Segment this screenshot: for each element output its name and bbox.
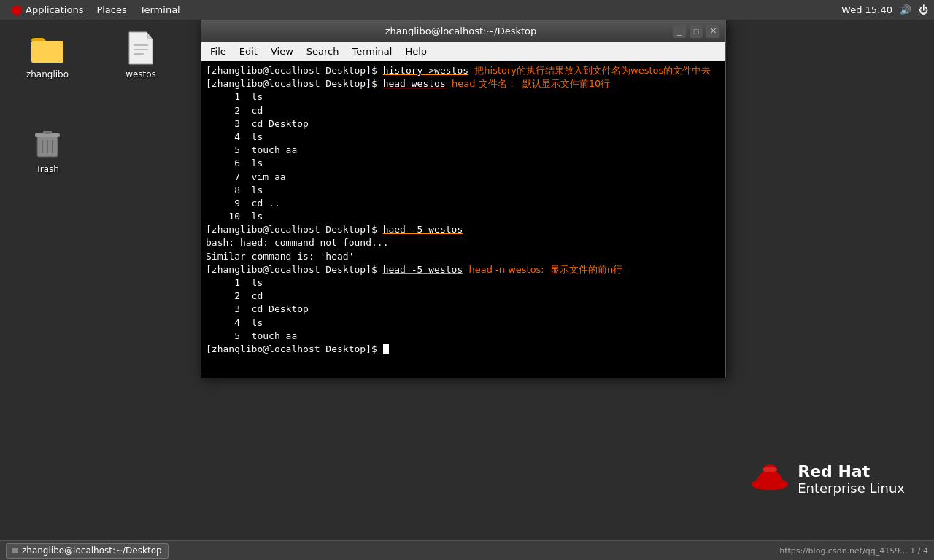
- terminal-line-13: [zhanglibo@localhost Desktop]$ haed -5 w…: [206, 223, 721, 236]
- menu-search[interactable]: Search: [301, 44, 345, 58]
- desktop-icon-westos[interactable]: westos: [108, 31, 174, 80]
- terminal-line-4: 2 cd: [206, 104, 721, 117]
- terminal-line-19: 3 cd Desktop: [206, 303, 721, 316]
- applications-menu[interactable]: Applications: [6, 1, 89, 18]
- trash-label: Trash: [33, 163, 62, 175]
- trash-icon: [30, 125, 65, 160]
- applications-label: Applications: [26, 4, 83, 15]
- terminal-line-12: 10 ls: [206, 210, 721, 223]
- places-menu[interactable]: Places: [90, 1, 132, 18]
- terminal-line-8: 6 ls: [206, 157, 721, 170]
- taskbar-app-icon: [12, 548, 18, 553]
- volume-icon[interactable]: 🔊: [900, 4, 911, 15]
- window-buttons: _ □ ✕: [671, 25, 719, 38]
- desktop-icon-zhanglibo[interactable]: zhanglibo: [15, 31, 80, 80]
- terminal-line-3: 1 ls: [206, 90, 721, 104]
- terminal-line-5: 3 cd Desktop: [206, 117, 721, 131]
- redhat-logo: Red Hat Enterprise Linux: [750, 461, 905, 497]
- menu-help[interactable]: Help: [399, 44, 433, 58]
- clock: Wed 15:40: [841, 4, 892, 15]
- top-menubar: Applications Places Terminal Wed 15:40 🔊…: [0, 0, 934, 20]
- terminal-line-17: 1 ls: [206, 276, 721, 289]
- terminal-line-2: [zhanglibo@localhost Desktop]$ head west…: [206, 77, 721, 90]
- taskbar-app-label: zhanglibo@localhost:~/Desktop: [22, 545, 162, 556]
- topbar-right: Wed 15:40 🔊 ⏻: [841, 4, 928, 15]
- redhat-hat-icon: [750, 461, 790, 497]
- terminal-cursor: [383, 344, 389, 354]
- terminal-title: zhanglibo@localhost:~/Desktop: [251, 26, 671, 36]
- red-hat-icon: [12, 5, 22, 15]
- redhat-brand: Red Hat Enterprise Linux: [750, 461, 905, 497]
- menu-file[interactable]: File: [204, 44, 232, 58]
- taskbar-right: https://blog.csdn.net/qq_4159... 1 / 4: [779, 546, 928, 556]
- close-button[interactable]: ✕: [706, 25, 719, 38]
- minimize-button[interactable]: _: [673, 25, 686, 38]
- places-label: Places: [96, 4, 126, 15]
- desktop-icon-trash[interactable]: Trash: [15, 125, 80, 175]
- terminal-line-10: 8 ls: [206, 184, 721, 197]
- terminal-content[interactable]: [zhanglibo@localhost Desktop]$ history >…: [201, 61, 725, 378]
- taskbar-page-info: https://blog.csdn.net/qq_4159... 1 / 4: [779, 546, 928, 556]
- folder-label: zhanglibo: [23, 69, 72, 80]
- redhat-text: Red Hat Enterprise Linux: [798, 462, 905, 496]
- power-icon[interactable]: ⏻: [919, 4, 928, 15]
- svg-rect-10: [43, 131, 52, 134]
- redhat-sub-text: Enterprise Linux: [798, 481, 905, 496]
- terminal-line-21: 5 touch aa: [206, 330, 721, 343]
- redhat-main-text: Red Hat: [798, 462, 905, 481]
- terminal-menu[interactable]: Terminal: [134, 1, 186, 18]
- taskbar-left: zhanglibo@localhost:~/Desktop: [6, 543, 169, 559]
- terminal-menubar: File Edit View Search Terminal Help: [201, 42, 725, 61]
- menu-terminal[interactable]: Terminal: [346, 44, 398, 58]
- menu-edit[interactable]: Edit: [234, 44, 263, 58]
- taskbar-terminal-app[interactable]: zhanglibo@localhost:~/Desktop: [6, 543, 169, 559]
- folder-icon: [30, 31, 65, 66]
- terminal-line-18: 2 cd: [206, 289, 721, 303]
- terminal-line-16: [zhanglibo@localhost Desktop]$ head -5 w…: [206, 263, 721, 276]
- terminal-line-1: [zhanglibo@localhost Desktop]$ history >…: [206, 64, 721, 77]
- terminal-line-14: bash: haed: command not found...: [206, 236, 721, 249]
- terminal-label: Terminal: [140, 4, 180, 15]
- terminal-line-7: 5 touch aa: [206, 144, 721, 157]
- terminal-line-9: 7 vim aa: [206, 171, 721, 184]
- terminal-line-6: 4 ls: [206, 131, 721, 144]
- desktop: zhanglibo westos: [0, 20, 934, 540]
- terminal-line-20: 4 ls: [206, 316, 721, 330]
- taskbar: zhanglibo@localhost:~/Desktop https://bl…: [0, 540, 934, 560]
- terminal-window: zhanglibo@localhost:~/Desktop _ □ ✕ File…: [201, 20, 726, 377]
- terminal-line-11: 9 cd ..: [206, 197, 721, 210]
- maximize-button[interactable]: □: [690, 25, 703, 38]
- file-icon: [123, 31, 158, 66]
- menu-view[interactable]: View: [265, 44, 299, 58]
- terminal-line-22: [zhanglibo@localhost Desktop]$: [206, 343, 721, 356]
- svg-point-16: [763, 467, 777, 472]
- topbar-left: Applications Places Terminal: [6, 1, 186, 18]
- terminal-line-15: Similar command is: 'head': [206, 250, 721, 263]
- file-label: westos: [123, 69, 159, 80]
- terminal-titlebar: zhanglibo@localhost:~/Desktop _ □ ✕: [201, 20, 725, 42]
